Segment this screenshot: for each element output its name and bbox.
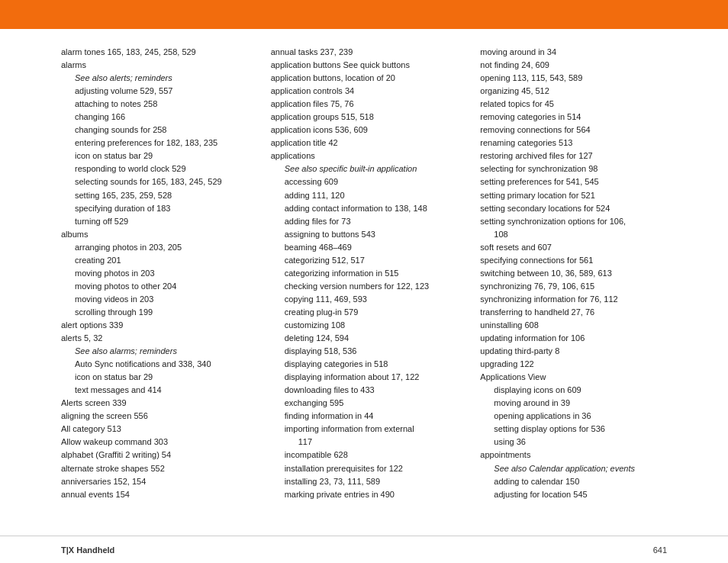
index-entry: moving photos in 203 — [61, 267, 248, 280]
index-entry: removing categories in 514 — [480, 111, 667, 124]
index-entry: marking private entries in 490 — [271, 488, 458, 501]
index-entry: alert options 339 — [61, 319, 248, 332]
index-entry: restoring archived files for 127 — [480, 150, 667, 162]
index-entry: renaming categories 513 — [480, 137, 667, 150]
index-entry: synchronizing information for 76, 112 — [480, 293, 667, 306]
index-entry: opening applications in 36 — [480, 410, 667, 423]
index-entry: opening 113, 115, 543, 589 — [480, 72, 667, 85]
index-entry: scrolling through 199 — [61, 306, 248, 319]
index-entry: adding to calendar 150 — [480, 475, 667, 488]
index-entry: responding to world clock 529 — [61, 162, 248, 175]
index-entry: creating plug-in 579 — [271, 306, 458, 319]
index-entry: assigning to buttons 543 — [271, 228, 458, 241]
index-entry: displaying 518, 536 — [271, 345, 458, 358]
index-entry: application buttons, location of 20 — [271, 72, 458, 85]
page-number: 641 — [653, 545, 667, 555]
index-entry: categorizing 512, 517 — [271, 254, 458, 267]
index-entry: applications — [271, 150, 458, 162]
index-entry: soft resets and 607 — [480, 241, 667, 254]
index-entry: moving around in 34 — [480, 46, 667, 59]
index-entry: transferring to handheld 27, 76 — [480, 306, 667, 319]
index-entry: See also specific built-in application — [271, 162, 458, 175]
index-entry: downloading files to 433 — [271, 384, 458, 397]
index-entry: alternate stroke shapes 552 — [61, 462, 248, 475]
index-entry: removing connections for 564 — [480, 124, 667, 137]
index-entry: entering preferences for 182, 183, 235 — [61, 137, 248, 150]
index-entry: specifying connections for 561 — [480, 254, 667, 267]
index-entry: albums — [61, 228, 248, 241]
index-entry: adding 111, 120 — [271, 189, 458, 202]
index-entry: setting secondary locations for 524 — [480, 202, 667, 215]
index-entry: switching between 10, 36, 589, 613 — [480, 267, 667, 280]
index-entry: finding information in 44 — [271, 410, 458, 423]
index-entry: synchronizing 76, 79, 106, 615 — [480, 280, 667, 293]
index-entry: adding contact information to 138, 148 — [271, 202, 458, 215]
footer-title: T|X Handheld — [61, 545, 114, 555]
index-entry: Allow wakeup command 303 — [61, 436, 248, 449]
index-entry: selecting sounds for 165, 183, 245, 529 — [61, 175, 248, 188]
index-entry: application groups 515, 518 — [271, 111, 458, 124]
index-entry: icon on status bar 29 — [61, 371, 248, 384]
index-entry: alarm tones 165, 183, 245, 258, 529 — [61, 46, 248, 59]
index-entry: application icons 536, 609 — [271, 124, 458, 137]
index-entry: copying 111, 469, 593 — [271, 293, 458, 306]
index-entry: setting synchronization options for 106, — [480, 215, 667, 228]
index-entry: Applications View — [480, 371, 667, 384]
index-entry: deleting 124, 594 — [271, 332, 458, 345]
index-entry: organizing 45, 512 — [480, 85, 667, 98]
header-bar — [0, 0, 728, 29]
index-entry: displaying information about 17, 122 — [271, 371, 458, 384]
index-entry: creating 201 — [61, 254, 248, 267]
index-entry: 117 — [271, 436, 458, 449]
index-entry: aligning the screen 556 — [61, 410, 248, 423]
index-entry: turning off 529 — [61, 215, 248, 228]
index-entry: importing information from external — [271, 423, 458, 436]
column-3: moving around in 34not finding 24, 609op… — [480, 46, 667, 532]
index-entry: icon on status bar 29 — [61, 150, 248, 162]
index-entry: See also alerts; reminders — [61, 72, 248, 85]
index-entry: application controls 34 — [271, 85, 458, 98]
index-entry: installation prerequisites for 122 — [271, 462, 458, 475]
index-entry: alarms — [61, 59, 248, 72]
index-entry: arranging photos in 203, 205 — [61, 241, 248, 254]
index-entry: displaying categories in 518 — [271, 358, 458, 371]
index-entry: adding files for 73 — [271, 215, 458, 228]
index-entry: alphabet (Graffiti 2 writing) 54 — [61, 449, 248, 462]
index-entry: changing sounds for 258 — [61, 124, 248, 137]
index-entry: checking version numbers for 122, 123 — [271, 280, 458, 293]
index-entry: anniversaries 152, 154 — [61, 475, 248, 488]
index-entry: moving around in 39 — [480, 397, 667, 410]
index-entry: setting display options for 536 — [480, 423, 667, 436]
index-entry: setting preferences for 541, 545 — [480, 175, 667, 188]
index-entry: application buttons See quick buttons — [271, 59, 458, 72]
index-entry: See also Calendar application; events — [480, 462, 667, 475]
index-entry: setting primary location for 521 — [480, 189, 667, 202]
index-entry: updating third-party 8 — [480, 345, 667, 358]
page-footer: T|X Handheld 641 — [0, 536, 728, 563]
index-entry: beaming 468–469 — [271, 241, 458, 254]
index-entry: accessing 609 — [271, 175, 458, 188]
index-entry: adjusting volume 529, 557 — [61, 85, 248, 98]
index-entry: annual tasks 237, 239 — [271, 46, 458, 59]
index-entry: Alerts screen 339 — [61, 397, 248, 410]
index-entry: specifying duration of 183 — [61, 202, 248, 215]
index-entry: using 36 — [480, 436, 667, 449]
index-entry: changing 166 — [61, 111, 248, 124]
page-content: alarm tones 165, 183, 245, 258, 529alarm… — [0, 46, 728, 532]
index-entry: not finding 24, 609 — [480, 59, 667, 72]
index-entry: installing 23, 73, 111, 589 — [271, 475, 458, 488]
index-entry: incompatible 628 — [271, 449, 458, 462]
index-entry: moving photos to other 204 — [61, 280, 248, 293]
index-entry: setting 165, 235, 259, 528 — [61, 189, 248, 202]
index-entry: All category 513 — [61, 423, 248, 436]
index-entry: upgrading 122 — [480, 358, 667, 371]
index-entry: Auto Sync notifications and 338, 340 — [61, 358, 248, 371]
index-entry: adjusting for location 545 — [480, 488, 667, 501]
index-entry: alerts 5, 32 — [61, 332, 248, 345]
index-entry: 108 — [480, 228, 667, 241]
index-entry: application title 42 — [271, 137, 458, 150]
index-entry: related topics for 45 — [480, 98, 667, 111]
index-entry: attaching to notes 258 — [61, 98, 248, 111]
index-entry: See also alarms; reminders — [61, 345, 248, 358]
index-entry: displaying icons on 609 — [480, 384, 667, 397]
